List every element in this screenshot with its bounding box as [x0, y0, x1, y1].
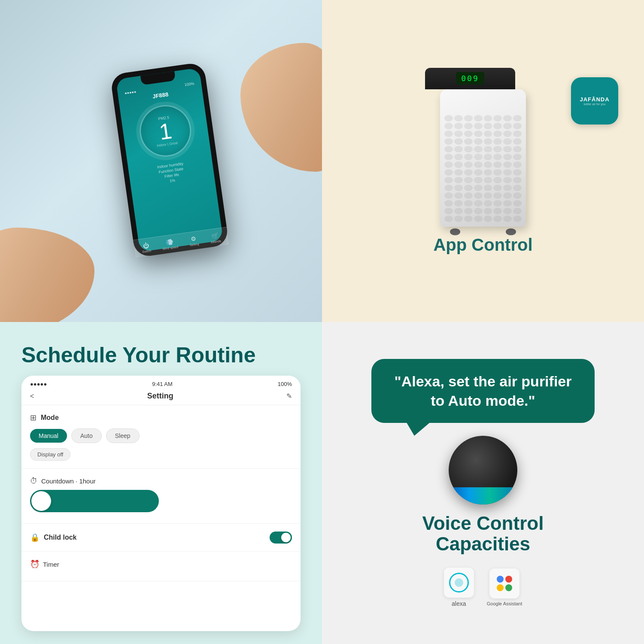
vent-hole	[484, 169, 492, 176]
vent-hole	[474, 138, 483, 145]
child-lock-label: Child lock	[44, 534, 76, 541]
vent-hole	[513, 138, 522, 145]
main-grid: ●●●●● 100% JF888 PM2.5 1 Indoor | Great …	[0, 0, 644, 644]
signal-dots: ●●●●●	[125, 90, 137, 96]
setting-icon: ⚙	[190, 235, 197, 243]
speech-bubble: "Alexa, set the air purifier to Auto mod…	[371, 359, 595, 422]
vent-hole	[503, 177, 512, 183]
app-brand-name: JAFĀNDA	[580, 96, 609, 103]
vent-hole	[503, 216, 512, 222]
settings-signal: ●●●●●	[30, 381, 47, 387]
purifier-vent-grid	[444, 115, 522, 222]
vent-hole	[513, 123, 522, 129]
wheel-left	[450, 228, 460, 235]
vent-hole	[493, 146, 502, 152]
vent-hole	[503, 185, 512, 191]
vent-hole	[503, 131, 512, 137]
timer-row: ⏰ Timer	[30, 559, 292, 569]
vent-hole	[513, 154, 522, 160]
vent-hole	[503, 200, 512, 207]
vent-hole	[454, 138, 463, 145]
purifier-image: 009	[427, 68, 539, 222]
app-control-label: App Control	[433, 235, 532, 255]
vent-hole	[464, 154, 473, 160]
vent-hole	[474, 161, 483, 168]
settings-battery: 100%	[278, 381, 292, 387]
vent-hole	[454, 169, 463, 176]
cell-voice-control: "Alexa, set the air purifier to Auto mod…	[322, 322, 644, 644]
mode-section-header: ⊞ Mode	[30, 413, 292, 422]
vent-hole	[444, 123, 453, 129]
vent-hole	[464, 185, 473, 191]
vent-hole	[493, 123, 502, 129]
timer-section: ⏰ Timer	[21, 552, 301, 581]
vent-hole	[444, 115, 453, 122]
manual-mode-button[interactable]: Manual	[30, 429, 67, 443]
vent-hole	[474, 123, 483, 129]
vent-hole	[493, 138, 502, 145]
wind-speed-label: Wind speed	[162, 245, 179, 250]
vent-hole	[454, 216, 463, 222]
vent-hole	[503, 138, 512, 145]
vent-hole	[513, 200, 522, 207]
display-off-button[interactable]: Display off	[30, 448, 70, 461]
vent-hole	[464, 115, 473, 122]
purifier-wheels	[427, 228, 539, 235]
assistant-logos-row: alexa Google Assistant	[444, 568, 522, 607]
vent-hole	[464, 192, 473, 199]
nav-setting[interactable]: ⚙ Setting	[188, 235, 199, 247]
echo-ring-light	[449, 487, 517, 504]
back-icon[interactable]: <	[30, 392, 34, 400]
vent-hole	[474, 208, 483, 214]
switch-label: Switch	[142, 249, 151, 252]
vent-hole	[493, 131, 502, 137]
vent-hole	[464, 146, 473, 152]
vent-hole	[444, 216, 453, 222]
cell-schedule: Schedule Your Routine ●●●●● 9:41 AM 100%…	[0, 322, 322, 644]
vent-hole	[503, 161, 512, 168]
countdown-section: ⏱ Countdown · 1hour	[21, 469, 301, 524]
vent-hole	[474, 154, 483, 160]
vent-hole	[493, 161, 502, 168]
settings-nav-title: Setting	[147, 392, 173, 401]
vent-hole	[444, 177, 453, 183]
pm25-value: 1	[158, 119, 173, 143]
vent-hole	[493, 208, 502, 214]
vent-hole	[503, 192, 512, 199]
sleep-mode-button[interactable]: Sleep	[106, 428, 140, 443]
echo-speaker	[449, 436, 517, 504]
jafanda-icon: 🛒	[211, 232, 219, 240]
alexa-logo-item: alexa	[444, 568, 474, 607]
vent-hole	[454, 185, 463, 191]
google-logo-item: Google Assistant	[487, 568, 522, 606]
vent-hole	[484, 200, 492, 207]
vent-hole	[454, 131, 463, 137]
countdown-icon: ⏱	[30, 477, 38, 486]
wind-speed-icon: 💨	[165, 238, 173, 246]
countdown-header-row: ⏱ Countdown · 1hour	[30, 477, 292, 486]
auto-mode-button[interactable]: Auto	[71, 428, 102, 443]
vent-hole	[454, 115, 463, 122]
vent-hole	[454, 123, 463, 129]
countdown-label: Countdown · 1hour	[41, 477, 96, 485]
vent-hole	[513, 161, 522, 168]
phone-info-panel: Indoor humidity Function State Filter li…	[157, 161, 186, 185]
phone-app-container: ●●●●● 100% JF888 PM2.5 1 Indoor | Great …	[114, 69, 208, 253]
vent-hole	[503, 169, 512, 176]
settings-phone-ui: ●●●●● 9:41 AM 100% < Setting ✎ ⊞ Mode Ma…	[21, 376, 301, 631]
google-dot-green	[505, 584, 512, 591]
countdown-toggle-thumb	[31, 491, 51, 511]
vent-hole	[493, 216, 502, 222]
child-lock-toggle[interactable]	[270, 532, 292, 544]
vent-hole	[464, 161, 473, 168]
edit-icon[interactable]: ✎	[286, 392, 292, 400]
vent-hole	[484, 161, 492, 168]
vent-hole	[454, 146, 463, 152]
countdown-big-toggle[interactable]	[30, 490, 159, 512]
nav-switch[interactable]: ⏻ Switch	[141, 241, 151, 252]
nav-wind-speed[interactable]: 💨 Wind speed	[161, 238, 179, 251]
vent-hole	[484, 146, 492, 152]
vent-hole	[454, 208, 463, 214]
google-dot-blue	[497, 576, 504, 583]
nav-jafanda[interactable]: 🛒 Jafanda	[209, 232, 221, 244]
